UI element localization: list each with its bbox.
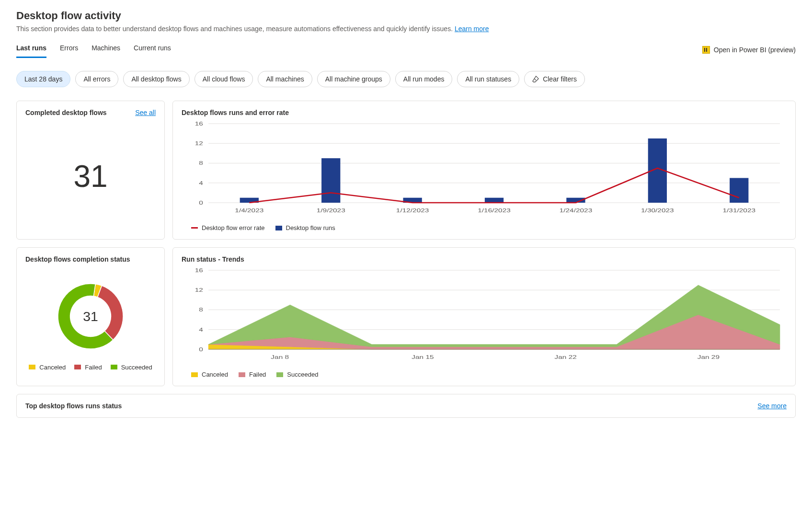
card-top-flows-status: Top desktop flows runs status See more [16, 394, 796, 418]
runs-error-chart: 04812161/4/20231/9/20231/12/20231/16/202… [182, 121, 787, 217]
svg-text:0: 0 [199, 346, 203, 352]
filter-chip-machines[interactable]: All machines [258, 71, 312, 87]
svg-text:16: 16 [195, 121, 203, 127]
eraser-icon [532, 76, 539, 82]
page-subtitle-text: This section provides data to better und… [16, 25, 455, 33]
power-bi-icon [702, 46, 710, 54]
power-bi-label: Open in Power BI (preview) [714, 46, 796, 54]
card-completion-status: Desktop flows completion status 31 Cance… [16, 247, 165, 386]
svg-text:16: 16 [195, 268, 203, 273]
filter-chip-cloud-flows[interactable]: All cloud flows [194, 71, 253, 87]
completed-count: 31 [25, 121, 156, 231]
legend-canceled: Canceled [29, 364, 66, 371]
svg-rect-22 [730, 178, 748, 203]
svg-text:8: 8 [199, 161, 203, 166]
trends-legend-succeeded-label: Succeeded [287, 371, 318, 378]
learn-more-link[interactable]: Learn more [455, 25, 489, 33]
clear-filters-button[interactable]: Clear filters [524, 71, 585, 87]
svg-text:Jan 29: Jan 29 [698, 354, 720, 360]
svg-text:12: 12 [195, 287, 203, 293]
trends-legend-succeeded: Succeeded [276, 371, 318, 378]
trends-legend-failed: Failed [239, 371, 266, 378]
svg-text:1/9/2023: 1/9/2023 [317, 207, 345, 213]
svg-rect-12 [321, 158, 340, 203]
page-subtitle: This section provides data to better und… [16, 25, 796, 33]
card-runs-error-title: Desktop flows runs and error rate [182, 109, 289, 116]
card-completed-title: Completed desktop flows [25, 109, 107, 116]
svg-text:4: 4 [199, 327, 203, 333]
svg-text:1/4/2023: 1/4/2023 [235, 207, 263, 213]
filter-chip-run-statuses[interactable]: All run statuses [457, 71, 519, 87]
svg-text:4: 4 [199, 180, 203, 186]
filter-chips-row: Last 28 days All errors All desktop flow… [16, 71, 796, 87]
page-title: Desktop flow activity [16, 10, 796, 22]
svg-text:1/12/2023: 1/12/2023 [396, 207, 429, 213]
legend-runs-label: Desktop flow runs [286, 224, 335, 231]
svg-text:Jan 22: Jan 22 [554, 354, 576, 360]
trends-legend-canceled: Canceled [191, 371, 228, 378]
svg-text:Jan 8: Jan 8 [271, 354, 289, 360]
card-runs-error-rate: Desktop flows runs and error rate 048121… [172, 101, 796, 240]
svg-text:Jan 15: Jan 15 [412, 354, 434, 360]
svg-text:12: 12 [195, 140, 203, 146]
svg-text:1/30/2023: 1/30/2023 [641, 207, 674, 213]
trends-chart: 0481216Jan 8Jan 15Jan 22Jan 29 [182, 268, 787, 364]
card-run-status-trends: Run status - Trends 0481216Jan 8Jan 15Ja… [172, 247, 796, 386]
legend-error-rate: Desktop flow error rate [191, 224, 265, 231]
tab-last-runs[interactable]: Last runs [16, 41, 46, 58]
card-completed-flows: Completed desktop flows See all 31 [16, 101, 165, 240]
see-more-link[interactable]: See more [757, 402, 787, 410]
trends-legend-failed-label: Failed [249, 371, 266, 378]
svg-text:8: 8 [199, 307, 203, 313]
legend-succeeded-label: Succeeded [121, 364, 152, 371]
svg-text:1/24/2023: 1/24/2023 [560, 207, 593, 213]
tab-machines[interactable]: Machines [91, 41, 120, 58]
filter-chip-date[interactable]: Last 28 days [16, 71, 70, 87]
tab-errors[interactable]: Errors [60, 41, 78, 58]
filter-chip-run-modes[interactable]: All run modes [395, 71, 453, 87]
tab-current-runs[interactable]: Current runs [134, 41, 171, 58]
card-top-flows-title: Top desktop flows runs status [25, 402, 122, 410]
legend-error-label: Desktop flow error rate [202, 224, 265, 231]
legend-failed-label: Failed [85, 364, 102, 371]
filter-chip-errors[interactable]: All errors [75, 71, 118, 87]
filter-chip-machine-groups[interactable]: All machine groups [317, 71, 390, 87]
legend-failed: Failed [74, 364, 102, 371]
open-in-power-bi-link[interactable]: Open in Power BI (preview) [702, 46, 796, 54]
legend-canceled-label: Canceled [39, 364, 66, 371]
legend-flow-runs: Desktop flow runs [275, 224, 335, 231]
card-completion-title: Desktop flows completion status [25, 255, 130, 263]
filter-chip-desktop-flows[interactable]: All desktop flows [123, 71, 189, 87]
completion-donut: 31 [50, 276, 131, 357]
svg-text:1/31/2023: 1/31/2023 [722, 207, 755, 213]
svg-text:31: 31 [83, 309, 98, 324]
clear-filters-label: Clear filters [543, 75, 577, 83]
legend-succeeded: Succeeded [111, 364, 152, 371]
svg-text:0: 0 [199, 200, 203, 206]
see-all-link[interactable]: See all [135, 109, 156, 116]
tabs-bar: Last runs Errors Machines Current runs O… [16, 41, 796, 58]
svg-text:1/16/2023: 1/16/2023 [478, 207, 511, 213]
svg-rect-16 [485, 198, 503, 203]
trends-legend-canceled-label: Canceled [202, 371, 228, 378]
card-trends-title: Run status - Trends [182, 255, 244, 263]
